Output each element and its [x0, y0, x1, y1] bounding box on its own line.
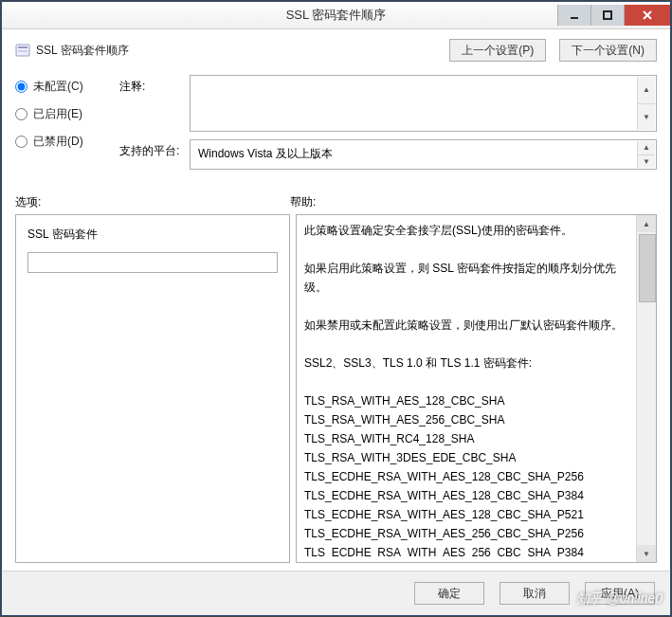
column-headers: 选项: 帮助: [15, 194, 657, 210]
help-header: 帮助: [290, 194, 316, 210]
radio-not-configured[interactable]: 未配置(C) [15, 79, 108, 95]
svg-rect-1 [604, 11, 611, 19]
next-setting-button[interactable]: 下一个设置(N) [559, 39, 657, 62]
header-subtitle: SSL 密码套件顺序 [36, 43, 129, 59]
radio-disabled-input[interactable] [15, 136, 27, 148]
window: SSL 密码套件顺序 SSL 密码套件顺序 上一个设置(P) 下一个设置(N) [1, 1, 671, 616]
comment-label: 注释: [119, 75, 180, 132]
down-arrow-icon[interactable]: ▼ [638, 104, 655, 131]
help-scrollbar[interactable]: ▲ ▼ [636, 215, 656, 562]
scroll-thumb[interactable] [639, 234, 656, 302]
policy-icon [15, 43, 30, 58]
header-row: SSL 密码套件顺序 上一个设置(P) 下一个设置(N) [15, 39, 657, 62]
apply-button[interactable]: 应用(A) [585, 582, 655, 605]
footer: 确定 取消 应用(A) [2, 571, 670, 615]
window-controls [557, 5, 670, 26]
radio-enabled[interactable]: 已启用(E) [15, 106, 108, 122]
title-bar: SSL 密码套件顺序 [2, 2, 670, 29]
help-text: 此策略设置确定安全套接字层(SSL)使用的密码套件。 如果启用此策略设置，则 S… [304, 221, 631, 556]
radio-disabled-label: 已禁用(D) [33, 134, 83, 150]
options-field-label: SSL 密码套件 [27, 227, 278, 243]
comment-textbox[interactable]: ▲ ▼ [190, 75, 657, 132]
help-panel: 此策略设置确定安全套接字层(SSL)使用的密码套件。 如果启用此策略设置，则 S… [296, 214, 657, 563]
svg-rect-6 [18, 50, 27, 52]
radio-enabled-label: 已启用(E) [33, 106, 82, 122]
up-arrow-icon[interactable]: ▲ [638, 77, 655, 104]
maximize-icon [603, 10, 612, 20]
platform-value: Windows Vista 及以上版本 [198, 147, 333, 160]
top-fields: 注释: ▲ ▼ 支持的平台: Windows V [119, 75, 657, 177]
options-header: 选项: [15, 194, 290, 210]
platform-label: 支持的平台: [119, 139, 180, 170]
comment-scroll[interactable]: ▲ ▼ [637, 77, 655, 130]
close-button[interactable] [624, 5, 670, 26]
state-radio-group: 未配置(C) 已启用(E) 已禁用(D) [15, 75, 108, 177]
radio-enabled-input[interactable] [15, 108, 27, 120]
cipher-suites-input[interactable] [27, 252, 278, 273]
platform-textbox: Windows Vista 及以上版本 ▲ ▼ [190, 139, 657, 170]
window-body: SSL 密码套件顺序 上一个设置(P) 下一个设置(N) 未配置(C) 已启用(… [2, 29, 670, 571]
comment-row: 注释: ▲ ▼ [119, 75, 657, 132]
lower-section: SSL 密码套件 此策略设置确定安全套接字层(SSL)使用的密码套件。 如果启用… [15, 214, 657, 563]
ok-button[interactable]: 确定 [414, 582, 484, 605]
radio-not-configured-label: 未配置(C) [33, 79, 83, 95]
platform-scroll[interactable]: ▲ ▼ [637, 141, 655, 168]
minimize-icon [570, 10, 579, 20]
scroll-down-icon[interactable]: ▼ [637, 545, 656, 562]
scroll-up-icon[interactable]: ▲ [637, 215, 656, 232]
minimize-button[interactable] [557, 5, 590, 26]
top-section: 未配置(C) 已启用(E) 已禁用(D) 注释: [15, 75, 657, 177]
svg-rect-5 [18, 46, 27, 48]
up-arrow-icon[interactable]: ▲ [638, 141, 655, 155]
down-arrow-icon[interactable]: ▼ [638, 155, 655, 169]
platform-row: 支持的平台: Windows Vista 及以上版本 ▲ ▼ [119, 139, 657, 170]
maximize-button[interactable] [590, 5, 624, 26]
options-panel: SSL 密码套件 [15, 214, 290, 563]
radio-disabled[interactable]: 已禁用(D) [15, 134, 108, 150]
previous-setting-button[interactable]: 上一个设置(P) [449, 39, 546, 62]
close-icon [642, 9, 653, 21]
radio-not-configured-input[interactable] [15, 81, 27, 93]
cancel-button[interactable]: 取消 [499, 582, 570, 605]
